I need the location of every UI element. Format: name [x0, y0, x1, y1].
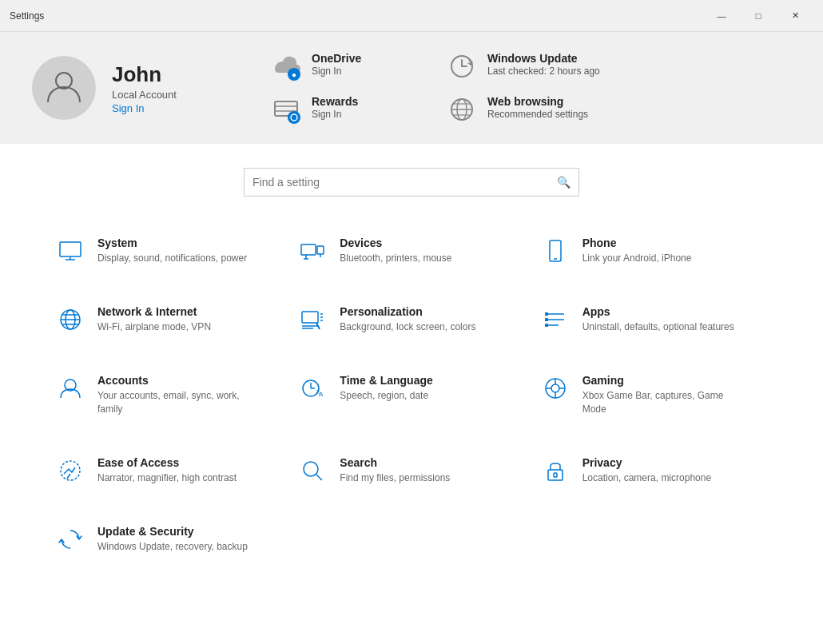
network-name: Network & Internet — [97, 305, 211, 318]
rewards-sub: Sign In — [312, 109, 358, 120]
windows-update-name: Windows Update — [487, 52, 600, 65]
windows-update-icon — [447, 52, 476, 81]
ease-of-access-icon — [56, 456, 85, 485]
network-text: Network & Internet Wi-Fi, airplane mode,… — [97, 305, 211, 334]
onedrive-service[interactable]: ● OneDrive Sign In — [272, 52, 415, 81]
ease-of-access-name: Ease of Access — [97, 456, 237, 469]
accounts-name: Accounts — [97, 374, 257, 387]
devices-setting[interactable]: Devices Bluetooth, printers, mouse — [290, 221, 532, 281]
phone-setting[interactable]: Phone Link your Android, iPhone — [533, 221, 775, 281]
personalization-name: Personalization — [340, 305, 475, 318]
services-col-right: Windows Update Last checked: 2 hours ago — [447, 52, 600, 124]
search-setting[interactable]: Search Find my files, permissions — [290, 440, 532, 501]
onedrive-name: OneDrive — [312, 52, 361, 65]
svg-rect-13 — [60, 242, 81, 256]
accounts-text: Accounts Your accounts, email, sync, wor… — [97, 374, 257, 416]
web-browsing-sub: Recommended settings — [487, 109, 588, 120]
update-security-setting[interactable]: Update & Security Windows Update, recove… — [48, 509, 290, 570]
windows-update-text: Windows Update Last checked: 2 hours ago — [487, 52, 600, 77]
svg-line-54 — [316, 475, 322, 480]
gaming-text: Gaming Xbox Game Bar, captures, Game Mod… — [582, 374, 742, 416]
search-container: 🔍 — [0, 144, 823, 205]
time-language-setting[interactable]: A あ Time & Language Speech, region, date — [290, 358, 532, 432]
windows-update-sub: Last checked: 2 hours ago — [487, 66, 600, 77]
web-browsing-icon — [447, 95, 476, 124]
svg-rect-39 — [545, 324, 548, 327]
sign-in-link[interactable]: Sign In — [112, 102, 177, 114]
personalization-icon — [298, 305, 327, 334]
privacy-text: Privacy Location, camera, microphone — [582, 456, 711, 485]
update-security-desc: Windows Update, recovery, backup — [97, 540, 248, 554]
onedrive-icon: ● — [272, 52, 300, 81]
apps-icon — [541, 305, 570, 334]
phone-text: Phone Link your Android, iPhone — [582, 237, 692, 265]
apps-setting[interactable]: Apps Uninstall, defaults, optional featu… — [533, 289, 775, 350]
svg-rect-55 — [548, 470, 563, 480]
minimize-button[interactable]: — — [703, 0, 740, 32]
search-setting-name: Search — [340, 456, 450, 469]
svg-rect-56 — [554, 473, 557, 477]
search-bar: 🔍 — [244, 168, 579, 197]
search-icon: 🔍 — [557, 176, 571, 189]
time-language-name: Time & Language — [340, 374, 432, 387]
apps-name: Apps — [582, 305, 734, 318]
svg-point-47 — [551, 384, 559, 392]
windows-update-service[interactable]: Windows Update Last checked: 2 hours ago — [447, 52, 600, 81]
svg-rect-17 — [317, 246, 324, 254]
accounts-setting[interactable]: Accounts Your accounts, email, sync, wor… — [48, 358, 290, 432]
devices-text: Devices Bluetooth, printers, mouse — [340, 237, 451, 265]
system-icon — [56, 237, 85, 265]
close-button[interactable]: ✕ — [777, 0, 813, 32]
phone-icon — [541, 237, 570, 265]
onedrive-sub: Sign In — [312, 66, 361, 77]
privacy-desc: Location, camera, microphone — [582, 471, 711, 485]
personalization-desc: Background, lock screen, colors — [340, 320, 475, 334]
gaming-setting[interactable]: Gaming Xbox Game Bar, captures, Game Mod… — [533, 358, 775, 432]
titlebar: Settings — □ ✕ — [0, 0, 823, 32]
user-details: John Local Account Sign In — [112, 62, 177, 114]
search-setting-icon — [298, 456, 327, 485]
account-type: Local Account — [112, 89, 177, 101]
devices-name: Devices — [340, 237, 451, 249]
svg-text:あ: あ — [316, 389, 320, 395]
rewards-service[interactable]: Rewards Sign In — [272, 95, 415, 124]
svg-rect-21 — [550, 241, 561, 261]
system-setting[interactable]: System Display, sound, notifications, po… — [48, 221, 290, 281]
svg-rect-38 — [545, 318, 548, 321]
maximize-button[interactable]: □ — [740, 0, 777, 32]
window-controls: — □ ✕ — [703, 0, 813, 32]
phone-desc: Link your Android, iPhone — [582, 252, 692, 265]
user-name: John — [112, 62, 177, 87]
network-setting[interactable]: Network & Internet Wi-Fi, airplane mode,… — [48, 289, 290, 350]
ease-of-access-setting[interactable]: Ease of Access Narrator, magnifier, high… — [48, 440, 290, 501]
update-security-name: Update & Security — [97, 525, 248, 538]
gaming-desc: Xbox Game Bar, captures, Game Mode — [582, 389, 742, 416]
svg-point-53 — [304, 462, 318, 476]
web-browsing-service[interactable]: Web browsing Recommended settings — [447, 95, 600, 124]
rewards-name: Rewards — [312, 95, 358, 108]
system-desc: Display, sound, notifications, power — [97, 252, 247, 265]
personalization-setting[interactable]: Personalization Background, lock screen,… — [290, 289, 532, 350]
ease-of-access-text: Ease of Access Narrator, magnifier, high… — [97, 456, 237, 485]
apps-desc: Uninstall, defaults, optional features — [582, 320, 734, 334]
avatar — [32, 56, 96, 120]
web-browsing-text: Web browsing Recommended settings — [487, 95, 588, 120]
privacy-setting[interactable]: Privacy Location, camera, microphone — [533, 440, 775, 501]
gaming-icon — [541, 374, 570, 403]
search-input[interactable] — [252, 176, 557, 189]
settings-grid: System Display, sound, notifications, po… — [0, 205, 823, 586]
svg-rect-4 — [275, 106, 297, 111]
onedrive-text: OneDrive Sign In — [312, 52, 361, 77]
header-services: ● OneDrive Sign In — [272, 52, 791, 124]
accounts-icon — [56, 374, 85, 403]
devices-desc: Bluetooth, printers, mouse — [340, 252, 451, 265]
svg-rect-16 — [301, 244, 316, 255]
rewards-icon — [272, 95, 300, 124]
gaming-name: Gaming — [582, 374, 742, 387]
web-browsing-name: Web browsing — [487, 95, 588, 108]
privacy-icon — [541, 456, 570, 485]
time-language-text: Time & Language Speech, region, date — [340, 374, 432, 403]
user-avatar-icon — [44, 66, 84, 109]
services-col-left: ● OneDrive Sign In — [272, 52, 415, 124]
svg-rect-37 — [545, 312, 548, 316]
